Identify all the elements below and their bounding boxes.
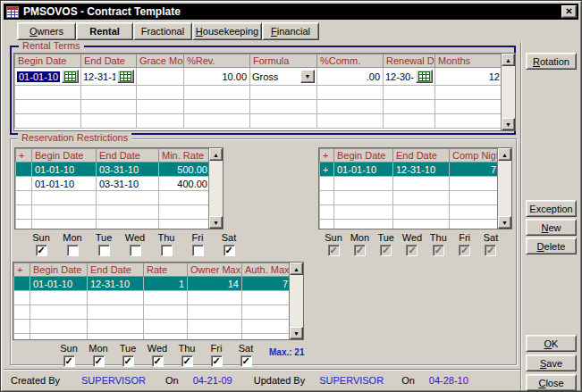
column-header: Auth. Max (242, 263, 291, 277)
grid-cell[interactable]: 12-31-10 (88, 277, 144, 291)
arrow-up-icon: ▲ (213, 152, 219, 158)
close-button[interactable]: ✕ (561, 5, 577, 18)
grid-cell[interactable]: 14 (188, 277, 242, 291)
scrollbar[interactable]: ▲ ▼ (208, 148, 223, 229)
column-header: Begin Date (32, 149, 97, 163)
column-header: + (14, 263, 30, 277)
renewal-date-cell[interactable]: 12-30-10 (384, 68, 435, 86)
column-header: End Date (393, 149, 450, 163)
checkbox-comp-sun: ✓ (328, 245, 340, 256)
checkbox-comp-tue: ✓ (380, 245, 392, 256)
column-header: %Rev. (184, 54, 250, 68)
ok-button[interactable]: OK (526, 335, 577, 352)
arrow-down-icon: ▼ (505, 121, 511, 128)
tab-housekeeping[interactable]: Housekeeping (192, 22, 262, 40)
column-header: Renewal Date (384, 54, 435, 68)
formula-dropdown-button[interactable]: ▼ (300, 70, 315, 83)
check-icon: ✓ (94, 356, 102, 366)
grid-cell[interactable]: 01-01-10 (30, 277, 88, 291)
grid-cell[interactable]: 01-01-10 (32, 177, 97, 191)
checkbox-owner-sun[interactable]: ✓ (63, 355, 75, 367)
grid-cell[interactable]: 1 (144, 277, 188, 291)
close-button-bottom[interactable]: Close (526, 374, 577, 391)
rental-terms-label: Rental Terms (19, 40, 84, 51)
tab-fractional[interactable]: Fractional (133, 22, 192, 40)
end-date-value[interactable]: 12-31-10 (83, 71, 115, 82)
checkbox-minrate-sat[interactable]: ✓ (224, 245, 235, 256)
day-label: Sun (60, 343, 78, 354)
scroll-down-button[interactable]: ▼ (209, 216, 223, 229)
rental-terms-group: Rental Terms Begin Date End Date Grace M… (10, 46, 516, 135)
checkbox-owner-sat[interactable]: ✓ (240, 355, 252, 367)
tab-financial[interactable]: Financial (262, 22, 319, 40)
checkbox-minrate-tue[interactable]: ✓ (98, 245, 110, 256)
scroll-up-button[interactable]: ▲ (290, 263, 303, 275)
scroll-up-button[interactable]: ▲ (209, 148, 223, 161)
end-date-cell[interactable]: 12-31-10 (81, 68, 137, 86)
created-on-value: 04-21-09 (193, 375, 232, 386)
rotation-button[interactable]: Rotation (526, 53, 577, 70)
checkbox-minrate-sun[interactable]: ✓ (36, 245, 47, 256)
rev-pct-cell[interactable]: 10.00 (184, 68, 250, 86)
scroll-down-button[interactable]: ▼ (290, 327, 303, 339)
column-header: End Date (88, 263, 144, 277)
grid-cell[interactable]: 12-31-10 (393, 163, 450, 177)
renewal-date-value[interactable]: 12-30-10 (385, 71, 414, 82)
grid-cell[interactable]: + (320, 163, 334, 177)
checkbox-owner-thu[interactable]: ✓ (181, 355, 193, 367)
comp-nights-grid: + Begin Date End Date Comp Nights + 01-0… (318, 147, 512, 229)
arrow-up-icon: ▲ (293, 266, 299, 272)
checkbox-owner-fri[interactable]: ✓ (211, 355, 223, 367)
grid-cell[interactable]: 7 (450, 163, 500, 177)
app-icon (5, 5, 20, 18)
day-label: Sat (239, 343, 254, 354)
grid-cell[interactable]: 01-01-10 (334, 163, 393, 177)
begin-date-calendar-button[interactable] (62, 70, 79, 83)
grid-cell[interactable]: 7 (242, 277, 291, 291)
check-icon: ✓ (408, 246, 416, 255)
checkbox-minrate-fri[interactable]: ✓ (192, 245, 204, 256)
check-icon: ✓ (37, 246, 45, 255)
created-by-value: SUPERVISOR (81, 375, 146, 386)
column-header: Begin Date (15, 54, 81, 68)
begin-date-value[interactable]: 01-01-10 (17, 71, 60, 82)
check-icon: ✓ (224, 246, 232, 255)
scroll-up-button[interactable]: ▲ (502, 54, 515, 66)
day-label: Sat (484, 232, 499, 243)
exception-button[interactable]: Exception (526, 200, 577, 217)
renewal-date-calendar-button[interactable] (416, 70, 433, 83)
checkbox-minrate-mon[interactable]: ✓ (67, 245, 79, 256)
grid-cell[interactable]: 03-31-10 (97, 163, 159, 177)
checkbox-minrate-wed[interactable]: ✓ (130, 245, 141, 256)
delete-button[interactable]: Delete (526, 238, 577, 254)
grid-cell[interactable]: 03-31-10 (97, 177, 159, 191)
day-label: Fri (211, 343, 223, 354)
grid-cell[interactable]: 01-01-10 (32, 163, 97, 177)
checkbox-minrate-thu[interactable]: ✓ (161, 245, 173, 256)
begin-date-cell[interactable]: 01-01-10 (15, 68, 81, 86)
grid-cell[interactable]: 500.00 (159, 163, 211, 177)
scrollbar[interactable]: ▲ ▼ (501, 54, 515, 130)
arrow-down-icon: ▼ (502, 220, 508, 226)
scrollbar[interactable]: ▲ ▼ (289, 263, 303, 339)
comm-pct-cell[interactable]: .00 (317, 68, 384, 86)
new-button[interactable]: New (526, 219, 577, 236)
tab-owners[interactable]: Owners (17, 22, 76, 40)
formula-cell[interactable]: Gross ▼ (250, 68, 317, 86)
checkbox-owner-mon[interactable]: ✓ (93, 355, 105, 367)
scroll-down-button[interactable]: ▼ (502, 118, 515, 130)
scroll-down-button[interactable]: ▼ (498, 216, 511, 229)
scrollbar[interactable]: ▲ ▼ (497, 148, 511, 229)
grid-cell[interactable]: 400.00 (159, 177, 211, 191)
scroll-up-button[interactable]: ▲ (498, 148, 511, 161)
title-bar: PMSOVOS - Contract Template ✕ (4, 4, 578, 20)
checkbox-owner-wed[interactable]: ✓ (152, 355, 164, 367)
months-cell[interactable]: 12 (435, 68, 503, 86)
end-date-calendar-button[interactable] (117, 70, 134, 83)
checkbox-owner-tue[interactable]: ✓ (122, 355, 134, 367)
formula-value[interactable]: Gross (252, 71, 299, 82)
grace-months-cell[interactable] (137, 68, 184, 86)
max-label: Max.: 21 (269, 347, 304, 357)
save-button[interactable]: Save (526, 354, 577, 371)
tab-rental[interactable]: Rental (76, 22, 133, 40)
